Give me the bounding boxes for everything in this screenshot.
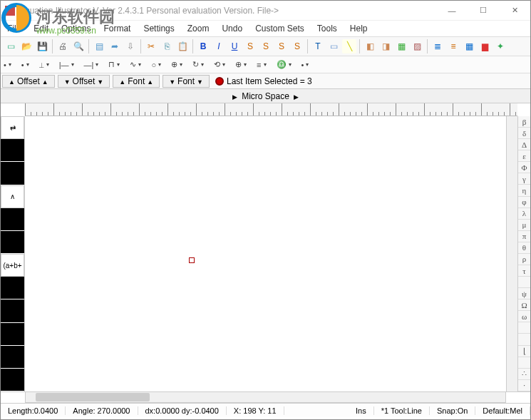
- greek-7[interactable]: φ: [518, 197, 530, 208]
- lp-4[interactable]: [1, 231, 24, 254]
- shape1-icon[interactable]: ◧: [363, 39, 377, 53]
- color-icon[interactable]: ▆: [478, 39, 492, 53]
- menu-edit[interactable]: Edit: [27, 24, 55, 34]
- minimize-button[interactable]: —: [436, 1, 468, 21]
- lp-5[interactable]: [1, 277, 24, 299]
- align2-icon[interactable]: ≡: [446, 39, 460, 53]
- drop-j[interactable]: ↻▾: [192, 60, 204, 69]
- scrollbar-vertical[interactable]: [506, 116, 517, 391]
- drop-m[interactable]: ≡▾: [257, 61, 266, 69]
- greek-8[interactable]: λ: [518, 208, 530, 220]
- lp-2[interactable]: [1, 162, 24, 185]
- drop-i[interactable]: ⊕▾: [171, 60, 182, 69]
- preview-icon[interactable]: 🔍: [71, 39, 86, 53]
- greek-10[interactable]: π: [518, 231, 530, 242]
- copy-icon[interactable]: ⎘: [160, 39, 174, 53]
- style-s4-icon[interactable]: S: [290, 39, 304, 53]
- import-icon[interactable]: ⇩: [123, 39, 138, 53]
- lp-9[interactable]: [1, 369, 24, 391]
- greek-22[interactable]: ∴: [518, 369, 530, 380]
- menu-custom-sets[interactable]: Custom Sets: [249, 24, 311, 34]
- drop-c[interactable]: ⟂▾: [39, 61, 49, 69]
- menu-undo[interactable]: Undo: [215, 24, 249, 34]
- greek-9[interactable]: μ: [518, 220, 530, 231]
- drop-o[interactable]: •▾: [301, 61, 309, 69]
- save-icon[interactable]: 💾: [35, 39, 49, 53]
- print-icon[interactable]: 🖨: [56, 39, 70, 53]
- drop-n[interactable]: ♎▾: [277, 60, 292, 69]
- menu-settings[interactable]: Settings: [137, 24, 180, 34]
- greek-3[interactable]: ε: [518, 150, 530, 162]
- drop-k[interactable]: ⟲▾: [214, 60, 225, 69]
- scrollbar-horizontal[interactable]: [25, 391, 506, 403]
- greek-19[interactable]: [518, 334, 530, 345]
- greek-2[interactable]: Δ: [518, 139, 530, 150]
- drop-b[interactable]: •▾: [21, 61, 29, 69]
- greek-23[interactable]: ·: [518, 380, 530, 391]
- greek-20[interactable]: ⌊: [518, 346, 530, 357]
- greek-6[interactable]: η: [518, 185, 530, 196]
- bold-icon[interactable]: B: [196, 39, 210, 53]
- menu-help[interactable]: Help: [344, 24, 374, 34]
- style-s3-icon[interactable]: S: [274, 39, 289, 53]
- font-up-button[interactable]: Font: [113, 75, 160, 88]
- lp-7[interactable]: [1, 323, 24, 346]
- doc-icon[interactable]: ▤: [92, 39, 106, 53]
- export-icon[interactable]: ➦: [108, 39, 122, 53]
- greek-21[interactable]: [518, 357, 530, 369]
- paste-icon[interactable]: 📋: [175, 39, 190, 53]
- lp-8[interactable]: [1, 346, 24, 369]
- shape2-icon[interactable]: ◨: [378, 39, 393, 53]
- greek-11[interactable]: θ: [518, 242, 530, 254]
- style-s2-icon[interactable]: S: [259, 39, 273, 53]
- menu-file[interactable]: File: [1, 24, 27, 34]
- offset-up-button[interactable]: Offset: [2, 75, 55, 88]
- maximize-button[interactable]: ☐: [468, 1, 499, 21]
- lp-6[interactable]: [1, 299, 24, 322]
- canvas[interactable]: [25, 116, 506, 391]
- group-icon[interactable]: ▦: [394, 39, 408, 53]
- menu-zoom[interactable]: Zoom: [181, 24, 216, 34]
- line-tool-icon[interactable]: ╲: [342, 39, 356, 53]
- greek-5[interactable]: γ: [518, 173, 530, 185]
- greek-16[interactable]: Ω: [518, 299, 530, 311]
- greek-1[interactable]: δ: [518, 128, 530, 139]
- greek-14[interactable]: [518, 277, 530, 288]
- lp-arrows[interactable]: ⇄: [1, 116, 24, 139]
- drop-a[interactable]: •▾: [4, 61, 11, 69]
- select-icon[interactable]: ▭: [326, 39, 341, 53]
- lp-lambda[interactable]: ∧: [1, 185, 24, 208]
- greek-15[interactable]: ψ: [518, 288, 530, 299]
- italic-icon[interactable]: I: [212, 39, 226, 53]
- drop-l[interactable]: ⊕▾: [235, 60, 247, 69]
- ungroup-icon[interactable]: ▨: [410, 39, 424, 53]
- greek-17[interactable]: ω: [518, 311, 530, 322]
- greek-18[interactable]: [518, 322, 530, 334]
- greek-0[interactable]: β: [518, 116, 530, 128]
- greek-4[interactable]: Φ: [518, 162, 530, 173]
- menu-options[interactable]: Options: [55, 24, 97, 34]
- style-s1-icon[interactable]: S: [243, 39, 257, 53]
- lp-1[interactable]: [1, 139, 24, 162]
- underline-icon[interactable]: U: [227, 39, 242, 53]
- drop-d[interactable]: |—▾: [59, 61, 74, 69]
- lp-expr[interactable]: (a+b+: [1, 254, 24, 277]
- scroll-thumb[interactable]: [36, 393, 150, 401]
- lp-3[interactable]: [1, 208, 24, 231]
- micro-space-bar[interactable]: Micro Space: [1, 89, 530, 103]
- drop-e[interactable]: —|▾: [84, 61, 99, 69]
- align1-icon[interactable]: ≣: [431, 39, 445, 53]
- grid-icon[interactable]: ▦: [462, 39, 476, 53]
- text-tool-icon[interactable]: T: [311, 39, 325, 53]
- new-icon[interactable]: ▭: [4, 39, 18, 53]
- font-down-button[interactable]: Font: [163, 75, 210, 88]
- open-icon[interactable]: 📂: [19, 39, 33, 53]
- menu-format[interactable]: Format: [97, 24, 137, 34]
- greek-13[interactable]: τ: [518, 265, 530, 277]
- menu-tools[interactable]: Tools: [311, 24, 344, 34]
- offset-down-button[interactable]: Offset: [58, 75, 110, 88]
- drop-g[interactable]: ∿▾: [130, 60, 141, 69]
- palette-icon[interactable]: ✦: [493, 39, 507, 53]
- drop-h[interactable]: ○▾: [151, 61, 161, 69]
- greek-12[interactable]: ρ: [518, 254, 530, 265]
